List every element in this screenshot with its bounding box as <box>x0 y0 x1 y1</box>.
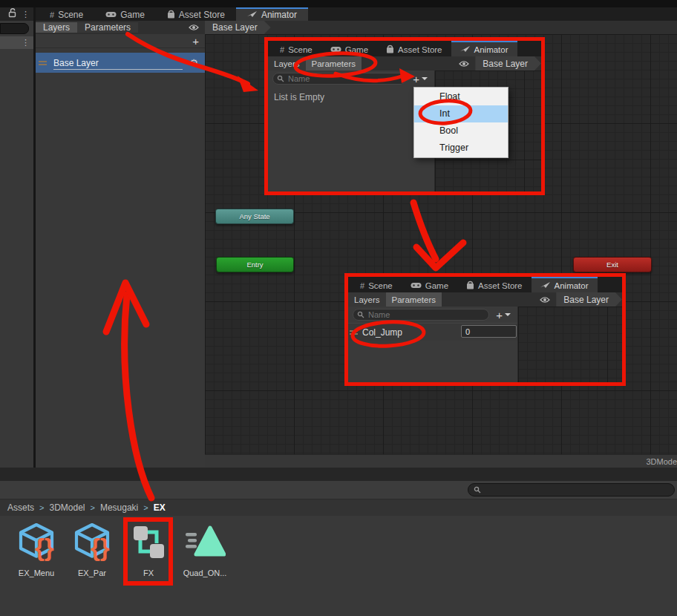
gamepad-icon <box>330 45 341 54</box>
project-search-input[interactable] <box>484 485 669 495</box>
kebab-menu-icon[interactable]: ⋮ <box>22 39 30 47</box>
eye-icon[interactable] <box>459 56 469 71</box>
chevron-right-icon: > <box>143 503 148 512</box>
tab-scene[interactable]: # Scene <box>39 7 94 21</box>
project-window: Assets > 3DModel > Mesugaki > EX {} EX_M… <box>0 468 677 616</box>
exit-node[interactable]: Exit <box>573 257 652 272</box>
shopping-bag-icon <box>386 45 394 55</box>
tab-label: Game <box>345 45 368 54</box>
scene-grid-icon: # <box>50 10 54 19</box>
parameter-row[interactable]: Col_Jump <box>348 323 517 341</box>
search-icon <box>277 72 284 85</box>
asset-label: EX_Menu <box>10 569 62 577</box>
animator-icon <box>460 45 471 54</box>
animator-toolbar: Layers Parameters Base Layer <box>36 21 677 34</box>
add-parameter-button[interactable]: + <box>410 73 431 85</box>
clipped-search-field <box>0 23 29 34</box>
inset-tabbar: # Scene Game Asset Store Animator <box>268 41 541 56</box>
entry-node[interactable]: Entry <box>216 257 294 272</box>
tab-label: Animator <box>555 281 589 290</box>
chevron-right-icon: > <box>39 503 44 512</box>
breadcrumb-base-layer[interactable]: Base Layer <box>475 56 541 71</box>
left-dock-list-header: ⋮ <box>0 36 33 49</box>
search-icon <box>474 483 481 497</box>
tab-game[interactable]: Game <box>321 41 377 56</box>
svg-text:{}: {} <box>91 534 110 561</box>
breadcrumb-base-layer[interactable]: Base Layer <box>205 21 271 34</box>
scene-grid-icon: # <box>280 45 284 54</box>
left-dock-edge: ⋮ ⋮ <box>0 7 36 468</box>
asset-label: EX_Par <box>66 569 118 577</box>
tab-scene[interactable]: # Scene <box>271 41 321 56</box>
gear-icon[interactable]: ⚙ <box>189 57 198 68</box>
subtab-layers[interactable]: Layers <box>348 292 386 307</box>
tab-asset-store[interactable]: Asset Store <box>457 277 531 292</box>
parameters-pane: + Col_Jump <box>348 307 518 382</box>
drag-handle-icon[interactable] <box>39 61 47 65</box>
menu-item-bool[interactable]: Bool <box>414 122 508 140</box>
subtab-parameters[interactable]: Parameters <box>77 22 138 33</box>
unlock-icon[interactable] <box>8 7 16 21</box>
any-state-node[interactable]: Any State <box>215 209 294 224</box>
menu-item-int[interactable]: Int <box>414 105 508 122</box>
parameter-type-menu: Float Int Bool Trigger <box>413 87 508 158</box>
left-dock-tabrow: ⋮ <box>0 7 33 21</box>
inset-toolbar: Layers Parameters Base Layer <box>268 56 541 71</box>
breadcrumb-item-current[interactable]: EX <box>154 502 166 513</box>
asset-label: Quad_ON... <box>179 569 231 577</box>
tab-asset-store[interactable]: Asset Store <box>377 41 451 56</box>
tab-animator[interactable]: Animator <box>451 41 517 56</box>
drag-handle-icon[interactable] <box>350 330 358 335</box>
subtab-layers[interactable]: Layers <box>36 22 77 33</box>
tab-scene[interactable]: # Scene <box>351 277 402 292</box>
inset-tabbar: # Scene Game Asset Store Animator <box>348 277 622 292</box>
asset-tile[interactable]: Quad_ON... <box>179 521 231 577</box>
breadcrumb-item[interactable]: 3DModel <box>49 502 85 513</box>
search-input[interactable] <box>367 309 485 320</box>
project-search-field[interactable] <box>468 483 675 497</box>
menu-item-trigger[interactable]: Trigger <box>414 140 508 157</box>
animation-clip-icon <box>184 521 226 563</box>
add-layer-button[interactable]: + <box>192 36 199 47</box>
tab-label: Animator <box>474 45 508 54</box>
gamepad-icon <box>105 10 117 20</box>
breadcrumb-item[interactable]: Mesugaki <box>100 502 138 513</box>
subtab-layers[interactable]: Layers <box>268 56 306 71</box>
breadcrumb-base-layer[interactable]: Base Layer <box>556 292 622 307</box>
add-parameter-button[interactable]: + <box>493 309 514 321</box>
kebab-menu-icon[interactable]: ⋮ <box>22 10 30 19</box>
tab-label: Scene <box>368 281 393 290</box>
tab-label: Asset Store <box>478 281 522 290</box>
tab-animator[interactable]: Animator <box>236 7 308 21</box>
asset-tile[interactable]: {} EX_Menu <box>10 521 62 577</box>
tab-game[interactable]: Game <box>402 277 457 292</box>
tab-animator[interactable]: Animator <box>532 277 598 292</box>
chevron-right-icon: > <box>90 503 94 512</box>
chevron-down-icon <box>505 313 511 316</box>
parameter-value-field[interactable] <box>461 325 517 338</box>
subtab-parameters[interactable]: Parameters <box>386 292 442 307</box>
parameter-search-field[interactable] <box>272 73 406 85</box>
tab-asset-store[interactable]: Asset Store <box>156 7 236 21</box>
eye-icon[interactable] <box>540 292 550 307</box>
eye-icon[interactable] <box>189 24 199 31</box>
menu-item-float[interactable]: Float <box>414 88 508 105</box>
tab-label: Asset Store <box>398 45 442 54</box>
parameter-search-field[interactable] <box>353 309 489 321</box>
layers-panel-header: + <box>36 34 205 48</box>
inset-grid <box>518 307 622 382</box>
prefab-braces-icon: {} <box>16 521 57 563</box>
asset-tile[interactable]: {} EX_Par <box>66 521 118 577</box>
svg-text:{}: {} <box>35 534 54 561</box>
subtab-parameters[interactable]: Parameters <box>306 56 362 71</box>
breadcrumb-item[interactable]: Assets <box>7 502 34 513</box>
status-label: 3DMode <box>646 457 677 466</box>
tab-label: Scene <box>288 45 313 54</box>
project-toolbar <box>0 481 677 499</box>
layer-row-base-layer[interactable]: Base Layer ⚙ <box>36 53 205 73</box>
tab-game[interactable]: Game <box>94 7 156 21</box>
window-top-strip <box>0 0 677 7</box>
annotation-box-fx <box>123 517 173 586</box>
animator-icon <box>247 10 258 20</box>
search-input[interactable] <box>287 73 402 84</box>
